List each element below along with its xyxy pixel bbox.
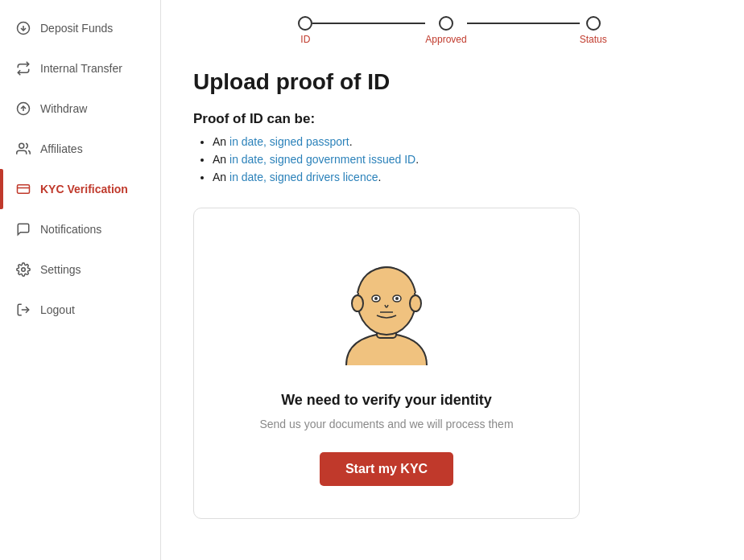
main-content: ID Approved Status Upload proof of ID Pr… xyxy=(161,0,744,560)
svg-point-11 xyxy=(352,295,363,311)
person-illustration-svg xyxy=(330,241,443,369)
svg-point-16 xyxy=(395,297,399,300)
step-line-1 xyxy=(312,23,425,24)
arrow-down-circle-icon xyxy=(14,19,32,37)
svg-point-15 xyxy=(374,297,378,300)
sidebar-label-notifications: Notifications xyxy=(40,223,101,236)
kyc-card-subtitle: Send us your documents and we will proce… xyxy=(259,417,513,433)
kyc-card: We need to verify your identity Send us … xyxy=(193,208,580,519)
proof-heading: Proof of ID can be: xyxy=(193,111,712,127)
proof-list: An in date, signed passport. An in date,… xyxy=(193,135,712,188)
svg-rect-5 xyxy=(18,185,30,194)
logout-icon xyxy=(14,301,32,319)
step-label-approved: Approved xyxy=(425,34,466,45)
sidebar-item-deposit-funds[interactable]: Deposit Funds xyxy=(0,8,160,48)
sidebar-item-notifications[interactable]: Notifications xyxy=(0,209,160,249)
people-icon xyxy=(14,140,32,158)
sidebar-label-internal-transfer: Internal Transfer xyxy=(40,62,122,75)
sidebar-item-withdraw[interactable]: Withdraw xyxy=(0,89,160,129)
svg-point-12 xyxy=(410,295,421,311)
proof-link-3: in date, signed drivers licence xyxy=(229,171,378,183)
proof-item-1: An in date, signed passport. xyxy=(213,135,712,148)
sidebar: Deposit Funds Internal Transfer Withdraw… xyxy=(0,0,161,560)
sidebar-label-kyc-verification: KYC Verification xyxy=(40,183,128,196)
svg-point-4 xyxy=(19,143,24,148)
id-card-icon xyxy=(14,180,32,198)
start-kyc-button[interactable]: Start my KYC xyxy=(320,452,453,486)
proof-link-2: in date, signed government issued ID xyxy=(229,153,415,166)
svg-point-7 xyxy=(22,268,26,272)
kyc-illustration xyxy=(330,241,443,373)
sidebar-item-affiliates[interactable]: Affiliates xyxy=(0,129,160,169)
gear-icon xyxy=(14,261,32,278)
sidebar-label-settings: Settings xyxy=(40,263,81,276)
step-circle-status xyxy=(586,16,601,31)
page-title: Upload proof of ID xyxy=(193,69,712,95)
progress-stepper: ID Approved Status xyxy=(193,16,712,45)
step-label-id: ID xyxy=(300,34,310,45)
proof-link-1: in date, signed passport xyxy=(229,135,349,148)
step-status: Status xyxy=(580,16,607,45)
step-line-2 xyxy=(467,23,580,24)
sidebar-item-kyc-verification[interactable]: KYC Verification xyxy=(0,169,160,209)
sidebar-label-withdraw: Withdraw xyxy=(40,102,87,115)
step-circle-approved xyxy=(439,16,453,31)
step-id: ID xyxy=(298,16,312,45)
step-approved: Approved xyxy=(425,16,466,45)
proof-item-3: An in date, signed drivers licence. xyxy=(213,171,712,183)
withdraw-icon xyxy=(14,100,32,117)
step-circle-id xyxy=(298,16,312,31)
message-square-icon xyxy=(14,220,32,238)
transfer-icon xyxy=(14,60,32,77)
proof-item-2: An in date, signed government issued ID. xyxy=(213,153,712,166)
sidebar-label-affiliates: Affiliates xyxy=(40,142,83,155)
sidebar-label-logout: Logout xyxy=(40,303,75,316)
kyc-card-title: We need to verify your identity xyxy=(281,392,492,409)
sidebar-item-internal-transfer[interactable]: Internal Transfer xyxy=(0,48,160,89)
step-label-status: Status xyxy=(580,34,607,45)
sidebar-item-logout[interactable]: Logout xyxy=(0,290,160,330)
sidebar-item-settings[interactable]: Settings xyxy=(0,249,160,290)
sidebar-label-deposit-funds: Deposit Funds xyxy=(40,22,113,35)
